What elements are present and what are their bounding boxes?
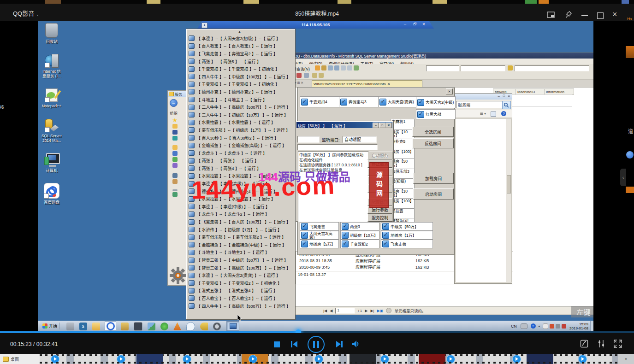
thumbnail-play-icon[interactable] <box>578 355 587 364</box>
room-checkbox[interactable]: 大闹天宫(贵宾) <box>378 96 417 107</box>
pause-button[interactable] <box>308 336 325 353</box>
room-list-item[interactable]: 【 李逵 】--【 李逵(中级) 】--【 运行 】 <box>189 203 294 211</box>
ssms-titlebar[interactable]: aDB - dbo.DataBaseInfo - Microsoft SQL S… <box>286 53 593 59</box>
filmstrip-frames[interactable] <box>40 354 618 364</box>
tray-icon[interactable] <box>556 324 560 329</box>
toolbar-run-icon[interactable] <box>354 65 359 70</box>
room-list-item[interactable]: 【 水果拉霸 】--【 水果拉霸 】--【 运行 】 <box>189 172 294 180</box>
rdp-restore-button[interactable]: 🗗 <box>413 22 417 26</box>
room-list-item[interactable]: 【 智贵三张 】--【 高级房【100万】 】--【 运行 】 <box>189 264 294 272</box>
hidden-button[interactable] <box>367 185 392 193</box>
taskbar-key-icon[interactable] <box>200 323 208 330</box>
taskbar-folder-icon[interactable] <box>92 323 100 330</box>
nav-next-icon[interactable]: ▶ <box>365 309 367 313</box>
room-checkbox[interactable]: 飞禽走兽 <box>381 240 433 248</box>
nav-page-input[interactable]: 1 <box>335 308 355 314</box>
taskbar-powershell-icon[interactable]: ≥ <box>79 323 87 330</box>
room-list-item[interactable]: 【 百人教宝 】--【 百人教宝1 】--【 运行 】 <box>189 42 294 50</box>
thumbnail-play-icon[interactable] <box>380 355 389 364</box>
room-list-item[interactable]: 【 豪车俱乐部 】--【 初级房【1万】 】--【 运行 】 <box>189 126 294 134</box>
stop-button[interactable] <box>274 341 280 347</box>
room-list-item[interactable]: 【 德州扑克 】--【 德州扑克4 】--【 运行 】 <box>189 188 294 195</box>
room-list-item[interactable]: 【 百人30秒 】--【 百人30秒2 】--【 运行 】 <box>189 134 294 142</box>
view-options-icon[interactable]: ☰ ▾ <box>480 112 486 116</box>
start-button[interactable]: 开始 <box>40 323 60 329</box>
dialog-minimize-icon[interactable]: – <box>373 123 379 128</box>
room-checkbox[interactable]: 大闹天宫2(高级) <box>300 231 339 240</box>
start-service-button[interactable]: 启动服务 <box>367 152 392 159</box>
desktop-icon-baidu-netdisk[interactable]: 百度网盘 <box>41 183 63 205</box>
tree-downloads-icon[interactable] <box>172 136 178 141</box>
room-list-item[interactable]: 【 飞禽走兽 】--【 百人房【100万】 】--【 运行 】 <box>189 218 294 226</box>
taskbar-refresh-icon[interactable] <box>160 323 168 330</box>
desktop-icon-recycle-bin[interactable]: 回收站 <box>41 23 63 44</box>
taskbar-network-computer-icon[interactable] <box>148 323 155 330</box>
room-checkbox[interactable]: 红黑大战 <box>416 109 456 119</box>
room-checkbox[interactable]: 初级房【10万】 <box>340 231 379 240</box>
scrollbar-thumb[interactable] <box>507 175 511 194</box>
port-value-field[interactable]: 自动适配 <box>343 136 377 143</box>
tree-folder-icon[interactable] <box>172 124 178 129</box>
scroll-up-icon[interactable]: ▲ <box>238 30 241 33</box>
favorites-star-icon[interactable] <box>172 118 178 123</box>
toolbar-redo-icon[interactable] <box>347 65 352 70</box>
service-log[interactable]: 中级房【50万】 】房间参数加载成功在初始化组件...在连接协调服务器 [ 12… <box>298 151 369 222</box>
room-list-item[interactable]: 【 斗地主 】--【 斗地主3 】--【 运行 】 <box>189 249 294 257</box>
room-list-item[interactable]: 【 金蟾捕鱼 】--【 金蟾捕鱼(高级) 】--【 运行 】 <box>189 141 294 149</box>
toolbar-copy-icon[interactable] <box>334 65 339 70</box>
filmstrip-scroll-end[interactable]: ▾ <box>618 354 634 364</box>
room-list-item[interactable]: 【 千变双扣 】--【 千变双扣2 】--【 初始化 】 <box>189 279 294 287</box>
search-scrollbar[interactable] <box>506 118 512 282</box>
thumbnail-play-icon[interactable] <box>249 355 257 364</box>
search-window-titlebar[interactable]: – □ × <box>455 94 512 100</box>
explorer-titlebar[interactable]: 服务 <box>168 91 188 97</box>
room-checkbox[interactable]: 地摊房【5万】 <box>300 240 339 248</box>
toolbar-undo-icon[interactable] <box>341 65 346 70</box>
debug-icon[interactable] <box>296 73 302 78</box>
stop-service-button[interactable]: 停止服务 <box>367 160 392 168</box>
toolbar-combo-database[interactable] <box>426 65 459 71</box>
taskbar-flame-icon[interactable] <box>173 323 181 330</box>
room-checkbox[interactable]: 中级房【50万】 <box>381 222 433 231</box>
toolbar-cut-icon[interactable] <box>328 65 333 70</box>
dock-header-icons[interactable]: ▾ ⊞ ✕ <box>295 81 303 85</box>
tray-help-icon[interactable]: ? <box>531 323 536 329</box>
config-compare-button[interactable]: 配置比较 <box>367 198 392 206</box>
search-button[interactable] <box>502 101 511 109</box>
rdp-minimize-button[interactable]: – <box>404 22 406 26</box>
snapshot-button[interactable] <box>580 340 588 350</box>
nav-prev-icon[interactable]: ◀ <box>330 309 332 313</box>
dialog-close-icon[interactable]: ✕ <box>385 123 392 128</box>
room-list-item[interactable]: 【 龙虎斗 】--【 龙虎斗2 】--【 运行 】 <box>189 211 294 218</box>
taskbar-chat-icon[interactable] <box>186 322 195 331</box>
room-list-item[interactable]: 【 两张 】--【 两张 】--【 运行 】 <box>189 157 294 165</box>
grid-col-information[interactable]: Information <box>544 88 574 95</box>
nav-new-row-icon[interactable]: ▶▣ <box>377 309 384 313</box>
room-list-item[interactable]: 【 飞禽走兽 】--【 奔驰宝马2 】--【 运行 】 <box>189 50 294 58</box>
tree-desktop-icon[interactable] <box>172 130 178 135</box>
nav-stop-icon[interactable] <box>386 308 391 313</box>
room-checkbox[interactable]: 两张3 <box>340 222 379 231</box>
toolbar-save-icon[interactable] <box>321 65 326 70</box>
ssms-active-tab[interactable]: WINDOWS2008R2.XYP*"dbo.DataBaseInfo ✕ <box>312 80 422 88</box>
maximize-button[interactable] <box>597 12 604 19</box>
settings-sliders-button[interactable] <box>597 340 605 350</box>
room-list-item[interactable]: 【 德州扑克 】--【 德州扑克2 】--【 运行 】 <box>189 88 294 96</box>
dialog-titlebar[interactable]: 级房【50万】 】--【 运行 】 – □ ✕ <box>296 122 392 128</box>
toolbar-open-icon[interactable] <box>315 65 320 70</box>
results-grid-icon[interactable] <box>312 73 317 78</box>
gear-icon[interactable] <box>169 267 187 284</box>
room-list-item[interactable]: 【 二人牛牛 】--【 初级房【10万】 】--【 运行 】 <box>189 111 294 119</box>
room-list-item[interactable]: 【 豪车俱乐部 】--【 豪车俱乐部2 】--【 运行 】 <box>189 233 294 241</box>
room-list-item[interactable]: 【 千变双扣 】--【 千变双扣 】--【 初始化 】 <box>189 65 294 73</box>
desktop-icon-iis[interactable]: Internet 信息服务 (I... <box>41 54 63 78</box>
back-button[interactable]: ← <box>170 99 178 107</box>
taskbar-display-icon[interactable] <box>134 322 142 331</box>
tray-expand-icon[interactable]: ▴ <box>539 324 540 328</box>
mini-mode-button[interactable] <box>547 12 555 20</box>
playlist-toggle-chevron[interactable]: ‹ <box>620 169 626 186</box>
room-list-item[interactable]: 【 李逵 】--【 大闹天宫2(初级) 】--【 运行 】 <box>189 35 294 42</box>
room-list-item[interactable]: 【 水浒传 】--【 初级房【1万】 】--【 运行 】 <box>189 226 294 234</box>
search-results-list[interactable] <box>456 118 506 282</box>
start-rooms-button[interactable]: 启动房间 <box>413 188 454 200</box>
